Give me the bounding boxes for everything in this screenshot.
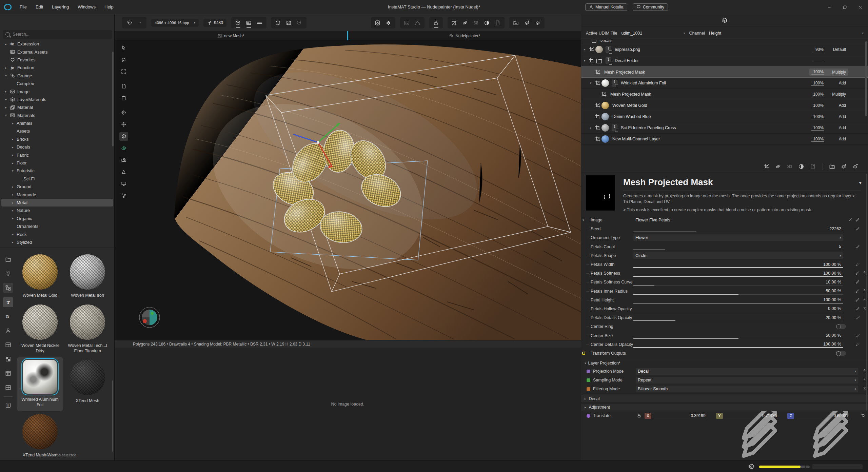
udim-select[interactable]: udim_1001▾ bbox=[621, 31, 685, 36]
edit-value-icon[interactable] bbox=[855, 306, 861, 312]
axis-lock-button[interactable] bbox=[636, 412, 643, 419]
layer-blend-mode[interactable]: Add bbox=[829, 81, 846, 85]
tree-row[interactable]: Floor bbox=[1, 159, 113, 167]
tree-expand-arrow[interactable] bbox=[11, 233, 15, 236]
tree-row[interactable]: Futuristic bbox=[1, 167, 113, 175]
property-field[interactable]: 22262 ▾ bbox=[633, 225, 843, 232]
menu-item[interactable]: File bbox=[16, 3, 30, 11]
clipboard-icon[interactable] bbox=[119, 94, 128, 102]
layer-opacity[interactable] bbox=[811, 61, 824, 61]
undo-button[interactable] bbox=[124, 18, 134, 27]
edit-value-icon[interactable] bbox=[710, 414, 714, 418]
edit-value-icon[interactable] bbox=[855, 315, 861, 320]
spline-button[interactable] bbox=[413, 18, 422, 27]
folder-icon[interactable] bbox=[3, 254, 13, 264]
ideas-icon[interactable] bbox=[3, 269, 13, 279]
tree-expand-arrow[interactable] bbox=[4, 66, 8, 70]
section-header[interactable]: ▸ Adjustment bbox=[581, 403, 868, 411]
tree-row[interactable]: Manmade bbox=[1, 191, 113, 198]
edit-value-icon[interactable] bbox=[852, 414, 857, 418]
tree-row[interactable]: Bricks bbox=[1, 135, 113, 143]
tree-expand-arrow[interactable] bbox=[11, 169, 15, 173]
tree-expand-arrow[interactable] bbox=[11, 145, 15, 149]
lock-button[interactable] bbox=[431, 18, 441, 27]
property-field[interactable]: 10.00 % ▾ bbox=[633, 279, 843, 286]
add-folder-button[interactable] bbox=[511, 18, 521, 27]
edit-value-icon[interactable] bbox=[855, 262, 861, 267]
restore-button[interactable] bbox=[837, 0, 852, 14]
seed-control[interactable]: 9483 bbox=[203, 19, 226, 27]
layer-opacity[interactable]: 93% bbox=[811, 47, 824, 52]
material-card[interactable]: Woven Metal Gold bbox=[17, 252, 63, 302]
layer-opacity[interactable]: 100% bbox=[811, 92, 824, 97]
delete-layer-button[interactable] bbox=[852, 163, 859, 170]
tree-scrollbar[interactable] bbox=[112, 52, 114, 146]
layer-row[interactable]: Mesh Projected Mask 100% Multiply bbox=[581, 66, 868, 78]
edit-value-icon[interactable] bbox=[855, 297, 861, 303]
view-split-button[interactable] bbox=[255, 18, 264, 27]
tree-expand-arrow[interactable] bbox=[4, 98, 8, 101]
console-button[interactable] bbox=[402, 18, 412, 27]
layer-row[interactable]: 1 Sci-Fi Interior Paneling Cross 100% Ad… bbox=[581, 122, 868, 134]
layer-opacity[interactable]: 100% bbox=[811, 103, 824, 108]
link-button[interactable] bbox=[460, 18, 470, 27]
physics-layer-button[interactable] bbox=[787, 163, 793, 170]
edit-value-icon[interactable] bbox=[855, 289, 861, 294]
layer-opacity[interactable]: 100% bbox=[811, 81, 824, 86]
remove-layer-button[interactable] bbox=[533, 18, 542, 27]
journal-layer-button[interactable] bbox=[810, 163, 816, 170]
layer-row[interactable]: 1 Wrinkled Aluminium Foil 100% Add bbox=[581, 78, 868, 89]
grid-scrollbar[interactable] bbox=[112, 380, 113, 452]
view-2d-button[interactable] bbox=[244, 18, 254, 27]
layer-opacity[interactable]: 100% bbox=[811, 70, 824, 75]
inspector-scrollbar[interactable] bbox=[866, 174, 867, 411]
tree-expand-arrow[interactable] bbox=[11, 240, 15, 244]
tree-expand-arrow[interactable] bbox=[11, 209, 15, 212]
mask-crop-button[interactable] bbox=[764, 163, 770, 170]
edit-value-icon[interactable] bbox=[855, 244, 861, 250]
property-field[interactable]: 20.00 % ▾ bbox=[633, 314, 843, 321]
adjustment-button[interactable] bbox=[798, 163, 805, 170]
layer-scrollbar[interactable] bbox=[865, 41, 867, 116]
edit-value-icon[interactable] bbox=[855, 226, 861, 232]
toggle-switch[interactable] bbox=[836, 351, 846, 356]
layer-blend-mode[interactable]: Add bbox=[829, 137, 846, 141]
clipped-layer-row[interactable]: Decals bbox=[581, 40, 868, 44]
menu-item[interactable]: Help bbox=[101, 3, 117, 11]
focus-target-icon[interactable] bbox=[119, 108, 128, 117]
tree-expand-arrow[interactable] bbox=[11, 137, 15, 141]
layer-row[interactable]: 1 espresso.png 93% Default bbox=[581, 44, 868, 55]
tree-expand-arrow[interactable] bbox=[11, 153, 15, 157]
progress-handle[interactable] bbox=[805, 465, 806, 469]
z-value-field[interactable]: 0.69931 bbox=[795, 413, 850, 419]
image-view[interactable]: No image loaded. bbox=[115, 348, 581, 460]
tree-row[interactable]: Expression bbox=[1, 40, 113, 48]
menu-item[interactable]: Edit bbox=[32, 3, 46, 11]
viewport-3d[interactable] bbox=[115, 41, 581, 340]
projection-crop-button[interactable] bbox=[450, 18, 459, 27]
tree-row[interactable]: Assets bbox=[1, 127, 113, 135]
move-icon[interactable] bbox=[119, 120, 128, 129]
text-small-icon[interactable] bbox=[3, 311, 13, 321]
add-layer-folder-button[interactable] bbox=[829, 163, 836, 170]
property-field[interactable]: Circle ▾ bbox=[633, 252, 843, 259]
bake-button[interactable] bbox=[373, 18, 382, 27]
material-card[interactable]: Wrinkled Aluminium Foil bbox=[17, 357, 63, 411]
section-header[interactable]: ▸ Decal bbox=[581, 395, 868, 403]
material-card[interactable]: Woven Metal Tech...l Floor Titanium bbox=[64, 302, 111, 357]
property-field[interactable]: 100.00 % ▾ bbox=[633, 261, 843, 268]
effects-button[interactable] bbox=[384, 18, 393, 27]
layer-blend-mode[interactable]: Multiply bbox=[829, 92, 846, 97]
tree-row[interactable]: External Assets bbox=[1, 48, 113, 56]
material-card[interactable]: XTend Mesh bbox=[64, 357, 111, 411]
search-input[interactable]: Search... bbox=[3, 30, 112, 39]
property-field[interactable]: Flower Five Petals ▾ bbox=[633, 217, 843, 223]
channel-select[interactable]: Height▾ bbox=[709, 31, 864, 36]
property-field[interactable]: 100.00 % ▾ bbox=[633, 341, 843, 348]
edit-value-icon[interactable] bbox=[855, 217, 861, 223]
layer-opacity[interactable]: 100% bbox=[811, 114, 824, 119]
layer-row[interactable]: Woven Metal Gold 100% Add bbox=[581, 100, 868, 111]
page-icon[interactable] bbox=[119, 82, 128, 91]
layers-panel-icon[interactable] bbox=[722, 17, 728, 23]
tree-expand-arrow[interactable] bbox=[4, 42, 8, 46]
